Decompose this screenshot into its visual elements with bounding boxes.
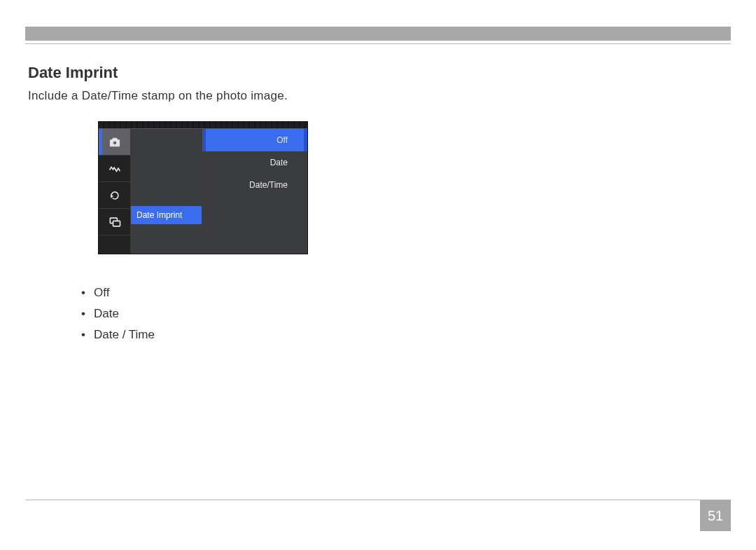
content-area: Date Imprint Include a Date/Time stamp o… — [25, 44, 731, 345]
option-bullet: Off — [81, 282, 731, 303]
screenshot-top-strip — [99, 122, 307, 129]
section-heading: Date Imprint — [28, 64, 731, 82]
screenshot-body: Date Imprint Off Date Date/Time — [99, 129, 307, 254]
page-frame: Date Imprint Include a Date/Time stamp o… — [25, 27, 731, 531]
menu-scroll-indicator — [304, 129, 307, 151]
screens-tab[interactable] — [99, 209, 130, 235]
footer-divider — [25, 500, 731, 500]
menu-option-date[interactable]: Date — [202, 151, 307, 174]
menu-option-datetime[interactable]: Date/Time — [202, 174, 307, 196]
page-number: 51 — [700, 500, 731, 531]
camera-tab[interactable] — [99, 129, 130, 156]
option-bullet: Date — [81, 303, 731, 324]
option-bullet-list: Off Date Date / Time — [81, 282, 731, 345]
svg-rect-2 — [113, 221, 120, 226]
camera-menu-screenshot: Date Imprint Off Date Date/Time — [98, 121, 308, 254]
option-bullet: Date / Time — [81, 324, 731, 345]
menu-options-column: Off Date Date/Time — [202, 129, 307, 254]
menu-selected-row[interactable]: Date Imprint — [131, 206, 202, 224]
menu-tab-column — [99, 129, 131, 254]
camera-icon — [108, 135, 122, 149]
screens-icon — [108, 215, 122, 229]
section-caption: Include a Date/Time stamp on the photo i… — [28, 89, 731, 103]
burst-icon — [108, 162, 122, 176]
refresh-tab[interactable] — [99, 182, 130, 209]
refresh-icon — [108, 188, 122, 202]
page-footer: 51 — [25, 500, 731, 531]
header-bar — [25, 27, 731, 41]
svg-point-0 — [113, 141, 116, 144]
menu-category-column: Date Imprint — [131, 129, 202, 254]
burst-tab[interactable] — [99, 156, 130, 182]
menu-option-off[interactable]: Off — [202, 129, 307, 151]
